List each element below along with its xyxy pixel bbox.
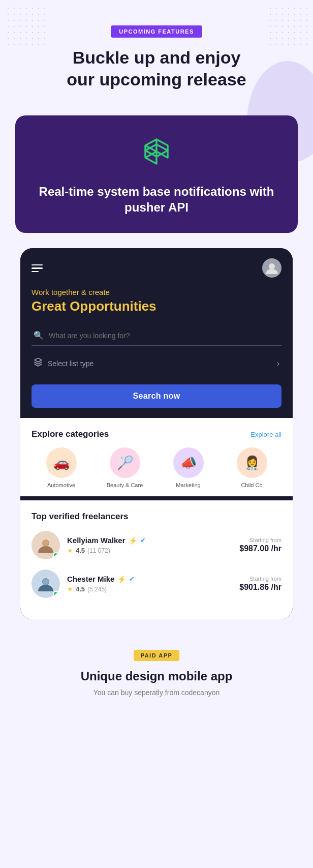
list-item[interactable]: 👩‍⚕️ Child Co (222, 447, 281, 488)
online-indicator (53, 552, 59, 558)
upcoming-badge: UPCOMING FEATURES (111, 25, 202, 38)
search-now-button[interactable]: Search now (32, 384, 281, 408)
search-icon: 🔍 (34, 331, 44, 340)
star-icon: ★ (67, 547, 73, 554)
list-item[interactable]: 🚗 Automotive (32, 447, 91, 488)
tagline-big: Great Opportunities (32, 298, 281, 314)
freelancer-name: Kellyiam Walker (67, 536, 126, 545)
freelancer-name: Chester Mike (67, 575, 114, 583)
phone-top-bar (32, 258, 281, 278)
search-input[interactable] (49, 332, 279, 340)
category-icon-child: 👩‍⚕️ (237, 447, 267, 478)
feature-card: Real-time system base notifications with… (15, 115, 298, 233)
bottom-subtitle: You can buy seperatly from codecanyon (20, 689, 293, 697)
svg-point-9 (43, 579, 49, 585)
price-value: $901.86 /hr (239, 583, 281, 592)
category-label: Marketing (176, 482, 200, 488)
pusher-logo (139, 136, 174, 171)
feature-card-title: Real-time system base notifications with… (30, 184, 283, 215)
category-icon-automotive: 🚗 (46, 447, 77, 478)
rating-count: (5 245) (87, 586, 107, 593)
avatar (32, 570, 60, 598)
category-icon-marketing: 📣 (173, 447, 204, 478)
avatar (32, 531, 60, 559)
main-title: Buckle up and enjoy our upcoming release (30, 47, 283, 90)
search-bar[interactable]: 🔍 (32, 325, 281, 346)
freelancer-rating-row: ★ 4.5 (5 245) (67, 585, 232, 593)
svg-line-4 (145, 152, 156, 158)
starting-from-label: Starting from (239, 537, 281, 543)
layers-icon (34, 358, 43, 369)
categories-title: Explore categories (32, 429, 109, 439)
freelancer-name-row: Chester Mike ⚡ ✔ (67, 575, 232, 583)
rating-number: 4.5 (76, 547, 85, 554)
freelancer-info: Chester Mike ⚡ ✔ ★ 4.5 (5 245) (67, 575, 232, 593)
starting-from-label: Starting from (239, 576, 281, 582)
freelancer-rating-row: ★ 4.5 (11 072) (67, 547, 232, 554)
category-label: Beauty & Care (107, 482, 143, 488)
freelancers-section: Top verified freelancers Kellyiam Walker… (20, 500, 293, 619)
phone-mockup: Work together & create Great Opportuniti… (20, 248, 293, 619)
select-type-left: Select list type (34, 358, 93, 369)
category-label: Automotive (47, 482, 75, 488)
tagline-small: Work together & create (32, 288, 281, 296)
list-item[interactable]: 📣 Marketing (159, 447, 218, 488)
categories-header: Explore categories Explore all (32, 429, 281, 439)
verified-icon: ✔ (129, 575, 135, 583)
svg-point-7 (43, 540, 49, 546)
select-type-label: Select list type (48, 360, 93, 368)
category-label: Child Co (241, 482, 262, 488)
bottom-section: PAID APP Unique design mobile app You ca… (0, 630, 313, 717)
bottom-title: Unique design mobile app (20, 669, 293, 683)
categories-grid: 🚗 Automotive 🏸 Beauty & Care 📣 Marketing… (32, 447, 281, 488)
explore-all-link[interactable]: Explore all (251, 431, 281, 438)
category-icon-beauty: 🏸 (110, 447, 140, 478)
bolt-icon: ⚡ (117, 575, 126, 583)
rating-number: 4.5 (76, 585, 85, 593)
table-row[interactable]: Chester Mike ⚡ ✔ ★ 4.5 (5 245) Starting … (32, 570, 281, 598)
svg-point-5 (269, 263, 275, 270)
chevron-right-icon: › (277, 359, 279, 368)
phone-inner: Work together & create Great Opportuniti… (20, 248, 293, 418)
bolt-icon: ⚡ (129, 536, 137, 545)
select-type-bar[interactable]: Select list type › (32, 353, 281, 374)
table-row[interactable]: Kellyiam Walker ⚡ ✔ ★ 4.5 (11 072) Start… (32, 531, 281, 559)
rating-count: (11 072) (87, 547, 110, 554)
paid-badge: PAID APP (134, 650, 180, 661)
freelancer-name-row: Kellyiam Walker ⚡ ✔ (67, 536, 232, 545)
list-item[interactable]: 🏸 Beauty & Care (95, 447, 154, 488)
freelancer-price: Starting from $987.00 /hr (239, 537, 281, 553)
star-icon: ★ (67, 585, 73, 593)
verified-icon: ✔ (140, 536, 146, 544)
freelancer-info: Kellyiam Walker ⚡ ✔ ★ 4.5 (11 072) (67, 536, 232, 554)
price-value: $987.00 /hr (239, 544, 281, 553)
hamburger-menu[interactable] (32, 264, 43, 273)
freelancers-title: Top verified freelancers (32, 512, 281, 522)
categories-section: Explore categories Explore all 🚗 Automot… (20, 418, 293, 496)
avatar (262, 258, 281, 278)
header-section: UPCOMING FEATURES Buckle up and enjoy ou… (0, 0, 313, 105)
online-indicator (53, 591, 59, 597)
freelancer-price: Starting from $901.86 /hr (239, 576, 281, 592)
